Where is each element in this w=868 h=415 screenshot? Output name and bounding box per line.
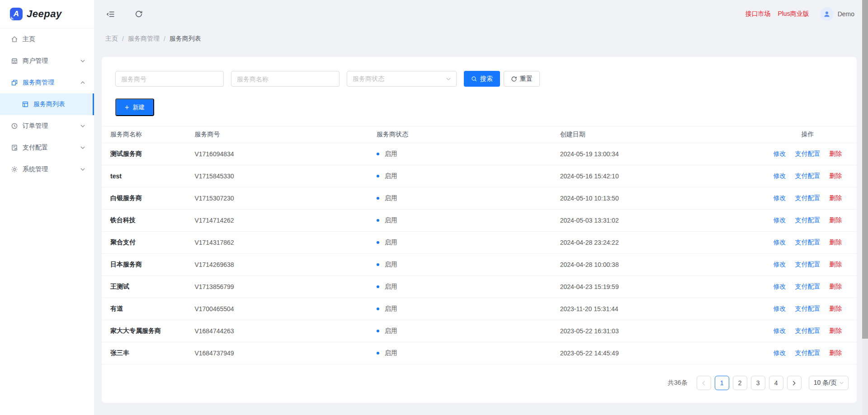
status-dot xyxy=(377,219,379,222)
status-label: 启用 xyxy=(385,216,397,224)
pay-config-link[interactable]: 支付配置 xyxy=(795,172,820,179)
breadcrumb: 主页 / 服务商管理 / 服务商列表 xyxy=(94,28,868,49)
username-label[interactable]: Demo xyxy=(838,10,854,18)
page-button-4[interactable]: 4 xyxy=(769,376,783,390)
page-button-1[interactable]: 1 xyxy=(715,376,729,390)
pay-config-link[interactable]: 支付配置 xyxy=(795,194,820,201)
avatar[interactable] xyxy=(820,7,834,21)
sidebar-item-isv-list[interactable]: 服务商列表 xyxy=(0,93,94,115)
chevron-up-icon xyxy=(80,81,85,84)
column-isv-state: 服务商状态 xyxy=(377,131,408,138)
isv-name-input[interactable] xyxy=(231,71,340,87)
modify-link[interactable]: 修改 xyxy=(774,172,786,179)
isv-name: 王测试 xyxy=(110,283,129,290)
sidebar-item-order-mgmt[interactable]: 订单管理 xyxy=(0,115,94,137)
api-market-link[interactable]: 接口市场 xyxy=(745,10,770,18)
isv-number: V1714714262 xyxy=(194,217,234,224)
isv-no-input[interactable] xyxy=(115,71,224,87)
modify-link[interactable]: 修改 xyxy=(774,216,786,224)
modify-link[interactable]: 修改 xyxy=(774,349,786,356)
modify-link[interactable]: 修改 xyxy=(774,261,786,268)
sidebar-item-pay-config[interactable]: 支付配置 xyxy=(0,137,94,159)
table-row: test V1715845330 启用 2024-05-16 15:42:10 … xyxy=(102,165,857,187)
delete-link[interactable]: 删除 xyxy=(829,172,842,179)
isv-table: 服务商名称 服务商号 服务商状态 创建日期 操作 测试服务商 V17160948… xyxy=(102,126,857,364)
isv-name: 测试服务商 xyxy=(110,150,142,157)
pay-config-link[interactable]: 支付配置 xyxy=(795,238,820,246)
page-size-select[interactable]: 10 条/页 xyxy=(809,376,849,390)
status-label: 启用 xyxy=(385,283,397,290)
gear-icon xyxy=(11,166,18,173)
jeepay-logo-icon: A xyxy=(10,8,23,20)
modify-link[interactable]: 修改 xyxy=(774,150,786,157)
plus-edition-link[interactable]: Plus商业版 xyxy=(778,10,809,18)
breadcrumb-home[interactable]: 主页 xyxy=(105,35,118,43)
modify-link[interactable]: 修改 xyxy=(774,305,786,312)
page-button-2[interactable]: 2 xyxy=(733,376,747,390)
scrollbar-thumb[interactable] xyxy=(862,0,868,339)
status-dot xyxy=(377,263,379,266)
sidebar-item-isv-mgmt[interactable]: 服务商管理 xyxy=(0,72,94,93)
create-button[interactable]: + 新建 xyxy=(115,98,154,116)
chevron-down-icon xyxy=(446,78,451,80)
status-dot xyxy=(377,352,379,354)
reload-icon[interactable] xyxy=(135,10,143,18)
delete-link[interactable]: 删除 xyxy=(829,150,842,157)
table-row: 有道 V1700465504 启用 2023-11-20 15:31:44 修改… xyxy=(102,298,857,320)
delete-link[interactable]: 删除 xyxy=(829,305,842,312)
vertical-scrollbar[interactable] xyxy=(862,0,868,415)
delete-link[interactable]: 删除 xyxy=(829,283,842,290)
delete-link[interactable]: 删除 xyxy=(829,238,842,246)
pay-config-link[interactable]: 支付配置 xyxy=(795,150,820,157)
isv-name: 铁台科技 xyxy=(110,216,136,224)
breadcrumb-separator: / xyxy=(122,35,124,42)
sidebar-item-system-mgmt[interactable]: 系统管理 xyxy=(0,159,94,180)
delete-link[interactable]: 删除 xyxy=(829,349,842,356)
modify-link[interactable]: 修改 xyxy=(774,327,786,334)
sidebar-item-merchant-mgmt[interactable]: 商户管理 xyxy=(0,50,94,72)
column-created-date: 创建日期 xyxy=(560,131,585,138)
table-row: 张三丰 V1684737949 启用 2023-05-22 14:45:49 修… xyxy=(102,342,857,364)
pay-config-icon xyxy=(11,144,18,151)
pay-config-link[interactable]: 支付配置 xyxy=(795,349,820,356)
isv-number: V1684744263 xyxy=(194,327,234,335)
pay-config-link[interactable]: 支付配置 xyxy=(795,283,820,290)
table-row: 聚合支付 V1714317862 启用 2024-04-28 23:24:22 … xyxy=(102,232,857,254)
created-date: 2024-05-03 13:31:02 xyxy=(560,217,619,224)
status-dot xyxy=(377,285,379,288)
search-button[interactable]: 搜索 xyxy=(464,71,500,87)
pay-config-link[interactable]: 支付配置 xyxy=(795,261,820,268)
modify-link[interactable]: 修改 xyxy=(774,283,786,290)
created-date: 2024-05-10 10:13:50 xyxy=(560,195,619,202)
page-button-3[interactable]: 3 xyxy=(751,376,765,390)
isv-name: 有道 xyxy=(110,305,123,312)
column-isv-no: 服务商号 xyxy=(194,131,220,138)
pay-config-link[interactable]: 支付配置 xyxy=(795,305,820,312)
delete-link[interactable]: 删除 xyxy=(829,327,842,334)
reset-button[interactable]: 重置 xyxy=(504,71,540,87)
sidebar-item-home[interactable]: 主页 xyxy=(0,28,94,50)
breadcrumb-separator: / xyxy=(164,35,165,42)
delete-link[interactable]: 删除 xyxy=(829,216,842,224)
breadcrumb-isv-mgmt[interactable]: 服务商管理 xyxy=(128,35,160,43)
table-header: 服务商名称 服务商号 服务商状态 创建日期 操作 xyxy=(102,126,857,143)
jeepay-logo-text: Jeepay xyxy=(27,8,62,20)
pay-config-link[interactable]: 支付配置 xyxy=(795,216,820,224)
modify-link[interactable]: 修改 xyxy=(774,238,786,246)
status-label: 启用 xyxy=(385,194,397,201)
topbar-right: 接口市场 Plus商业版 Demo xyxy=(745,7,854,21)
menu-fold-icon[interactable] xyxy=(106,10,115,18)
table-row: 白银服务商 V1715307230 启用 2024-05-10 10:13:50… xyxy=(102,187,857,210)
delete-link[interactable]: 删除 xyxy=(829,261,842,268)
home-icon xyxy=(11,36,18,43)
delete-link[interactable]: 删除 xyxy=(829,194,842,201)
prev-page-button[interactable] xyxy=(697,376,711,390)
status-label: 启用 xyxy=(385,172,397,179)
next-page-button[interactable] xyxy=(787,376,802,390)
isv-state-select[interactable]: 服务商状态 xyxy=(347,71,457,87)
modify-link[interactable]: 修改 xyxy=(774,194,786,201)
pay-config-link[interactable]: 支付配置 xyxy=(795,327,820,334)
isv-number: V1714317862 xyxy=(194,239,234,246)
jeepay-logo[interactable]: A Jeepay xyxy=(0,0,94,28)
order-icon xyxy=(11,122,18,130)
